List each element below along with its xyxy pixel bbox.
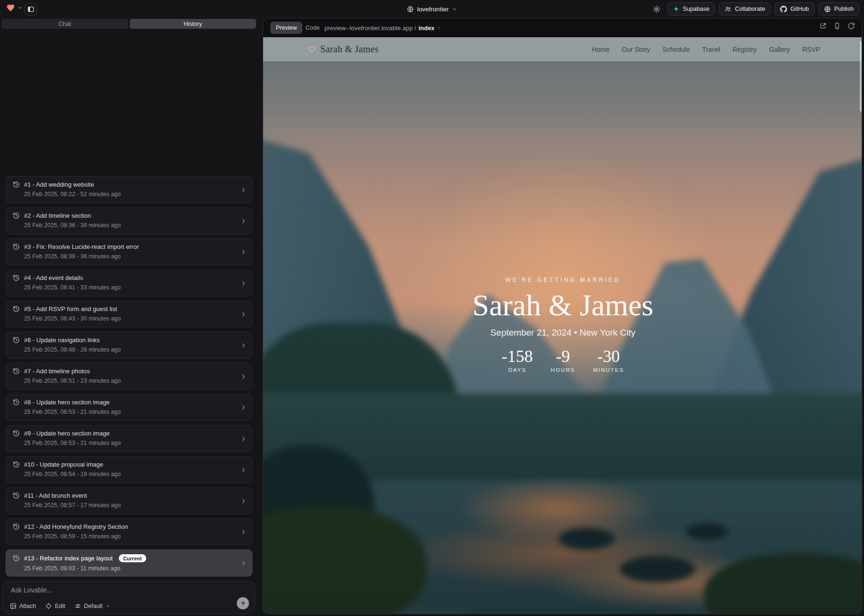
history-item[interactable]: #2 - Add timeline section 25 Feb 2025, 0… — [6, 207, 252, 234]
preview-panel: Preview Code preview--lovefrontier.lovab… — [263, 18, 862, 614]
nav-link[interactable]: Home — [592, 46, 609, 53]
chevron-right-icon — [240, 528, 247, 535]
chevron-right-icon — [240, 435, 247, 442]
site-nav: Home Our Story Schedule Travel Registry … — [592, 46, 820, 53]
history-item[interactable]: #9 - Update hero section image 25 Feb 20… — [6, 425, 252, 452]
history-item-timestamp: 25 Feb 2025, 08:38 - 36 minutes ago — [24, 253, 236, 260]
nav-link[interactable]: RSVP — [802, 46, 820, 53]
history-item-title: #3 - Fix: Resolve Lucide-react import er… — [24, 243, 139, 250]
crosshair-icon — [45, 603, 52, 609]
history-icon — [13, 399, 20, 406]
lovable-logo[interactable] — [6, 3, 23, 12]
project-name: lovefrontier — [417, 6, 449, 13]
tab-history[interactable]: History — [130, 19, 257, 29]
history-item[interactable]: #12 - Add Honeyfund Registry Section 25 … — [6, 518, 252, 545]
nav-link[interactable]: Travel — [702, 46, 720, 53]
app-topbar: lovefrontier Supabase — [0, 0, 864, 18]
history-item[interactable]: #5 - Add RSVP form and guest list 25 Feb… — [6, 301, 252, 328]
history-item[interactable]: #8 - Update hero section image 25 Feb 20… — [6, 394, 252, 421]
github-label: GitHub — [790, 6, 809, 12]
history-item[interactable]: #11 - Add brunch event 25 Feb 2025, 08:5… — [6, 487, 252, 514]
history-item[interactable]: #3 - Fix: Resolve Lucide-react import er… — [6, 238, 252, 265]
globe-icon — [407, 6, 414, 13]
history-list: #1 - Add wedding website 25 Feb 2025, 08… — [6, 176, 252, 581]
sidebar-toggle-button[interactable] — [25, 3, 37, 16]
nav-link[interactable]: Gallery — [769, 46, 790, 53]
chevron-right-icon — [240, 311, 247, 318]
collaborate-button[interactable]: Collaborate — [719, 2, 771, 16]
site-header: Sarah & James Home Our Story Schedule Tr… — [263, 37, 862, 61]
history-item[interactable]: #1 - Add wedding website 25 Feb 2025, 08… — [6, 176, 252, 203]
nav-link[interactable]: Registry — [732, 46, 756, 53]
site-brand-name: Sarah & James — [320, 44, 379, 55]
send-button[interactable] — [237, 597, 249, 609]
heart-icon — [307, 45, 316, 53]
history-item[interactable]: #13 - Refactor index page layout Current… — [6, 550, 252, 576]
publish-button[interactable]: Publish — [818, 2, 859, 16]
nav-link[interactable]: Our Story — [622, 46, 650, 53]
chevron-right-icon — [240, 186, 247, 193]
nav-link[interactable]: Schedule — [662, 46, 690, 53]
history-icon — [13, 430, 20, 437]
edit-button[interactable]: Edit — [45, 603, 65, 609]
history-item-title: #13 - Refactor index page layout — [24, 555, 113, 562]
history-icon — [13, 305, 20, 312]
settings-button[interactable] — [650, 2, 664, 16]
collaborate-label: Collaborate — [735, 6, 765, 12]
refresh-icon[interactable] — [847, 22, 855, 30]
tab-preview[interactable]: Preview — [270, 22, 302, 34]
mode-select[interactable]: Default — [75, 603, 110, 609]
users-icon — [724, 6, 731, 13]
open-external-icon[interactable] — [819, 22, 827, 30]
site-brand[interactable]: Sarah & James — [307, 44, 379, 55]
history-item[interactable]: #10 - Update proposal image 25 Feb 2025,… — [6, 456, 252, 483]
supabase-label: Supabase — [683, 6, 709, 12]
history-item-title: #7 - Add timeline photos — [24, 368, 90, 375]
logo-chevron-down-icon — [17, 5, 23, 10]
github-button[interactable]: GitHub — [774, 2, 814, 16]
history-item[interactable]: #6 - Update navigation links 25 Feb 2025… — [6, 332, 252, 359]
project-chevron-down-icon — [452, 7, 457, 12]
history-item[interactable]: #4 - Add event details 25 Feb 2025, 08:4… — [6, 270, 252, 296]
composer: Attach Edit Default — [2, 581, 255, 614]
history-icon — [13, 212, 20, 219]
chevron-right-icon — [240, 373, 247, 380]
history-icon — [13, 523, 20, 530]
history-item-timestamp: 25 Feb 2025, 08:43 - 30 minutes ago — [24, 315, 236, 322]
tab-code[interactable]: Code — [302, 22, 324, 34]
supabase-button[interactable]: Supabase — [667, 2, 715, 16]
supabase-icon — [673, 6, 680, 12]
countdown-label: HOURS — [551, 367, 575, 373]
history-item-timestamp: 25 Feb 2025, 08:59 - 15 minutes ago — [24, 533, 236, 540]
history-item-title: #12 - Add Honeyfund Registry Section — [24, 523, 128, 530]
history-icon — [13, 492, 20, 499]
tab-chat[interactable]: Chat — [1, 19, 128, 29]
chevron-right-icon — [240, 248, 247, 255]
current-badge: Current — [119, 554, 146, 562]
countdown-item: -158 DAYS — [502, 347, 533, 373]
history-item-title: #8 - Update hero section image — [24, 399, 109, 406]
ask-lovable-input[interactable] — [11, 586, 209, 594]
history-item-title: #6 - Update navigation links — [24, 337, 100, 344]
sliders-icon — [75, 603, 81, 609]
preview-url-selector[interactable]: preview--lovefrontier.lovable.app / inde… — [324, 22, 441, 34]
mobile-view-icon[interactable] — [833, 22, 841, 30]
history-item-title: #2 - Add timeline section — [24, 212, 91, 219]
history-icon — [13, 555, 20, 562]
history-item-title: #5 - Add RSVP form and guest list — [24, 305, 117, 312]
preview-scrollbar-thumb[interactable] — [860, 41, 862, 112]
history-icon — [13, 461, 20, 468]
history-icon — [13, 274, 20, 281]
history-item[interactable]: #7 - Add timeline photos 25 Feb 2025, 08… — [6, 363, 252, 390]
edit-label: Edit — [55, 603, 65, 609]
countdown-item: -9 HOURS — [551, 347, 575, 373]
attach-label: Attach — [19, 603, 36, 609]
gear-icon — [653, 5, 661, 13]
countdown-label: MINUTES — [593, 367, 624, 373]
project-selector[interactable]: lovefrontier — [407, 0, 457, 18]
publish-globe-icon — [824, 6, 831, 13]
history-icon — [13, 337, 20, 344]
history-item-timestamp: 25 Feb 2025, 08:36 - 38 minutes ago — [24, 222, 236, 229]
attach-button[interactable]: Attach — [10, 603, 36, 609]
history-item-title: #4 - Add event details — [24, 274, 83, 281]
